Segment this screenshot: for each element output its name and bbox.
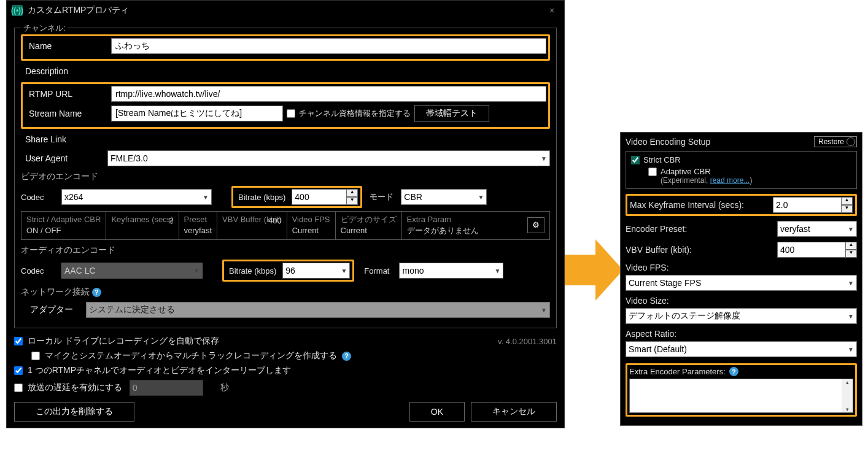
video-bitrate-input[interactable] <box>292 189 347 205</box>
multitrack-checkbox[interactable] <box>31 352 40 360</box>
help-icon[interactable]: ? <box>92 288 101 297</box>
info-vbv: VBV Buffer (kbit) 400 <box>217 212 287 239</box>
audio-bitrate-label: Bitrate (kbps) <box>227 265 279 277</box>
user-agent-value: FMLE/3.0 <box>110 153 148 163</box>
cbr-group: Strict CBR Adaptive CBR (Experimental, r… <box>626 151 857 189</box>
chevron-down-icon: ▼ <box>537 155 547 162</box>
audio-encoding-header: オーディオのエンコード <box>21 245 550 256</box>
credentials-label: チャンネル資格情報を指定する <box>299 108 411 119</box>
name-input[interactable] <box>111 38 546 54</box>
extra-params-textarea[interactable] <box>630 379 842 412</box>
ok-button[interactable]: OK <box>409 402 465 422</box>
chevron-down-icon: ▼ <box>337 268 347 274</box>
spinner-down-icon[interactable]: ▼ <box>842 205 853 213</box>
bandwidth-test-button[interactable]: 帯域幅テスト <box>414 105 489 122</box>
info-size: ビデオのサイズ Current <box>336 212 402 239</box>
arrow-indicator <box>565 239 620 301</box>
user-agent-select[interactable]: FMLE/3.0 ▼ <box>107 150 550 166</box>
name-label: Name <box>25 38 107 54</box>
keyframe-spinner[interactable]: ▲▼ <box>773 197 853 213</box>
adapter-select[interactable]: システムに決定させる▼ <box>86 302 550 318</box>
vbv-spinner[interactable]: ▲▼ <box>777 242 857 258</box>
adaptive-cbr-checkbox[interactable] <box>648 168 657 176</box>
user-agent-label: User Agent <box>21 150 104 166</box>
extra-params-label: Extra Encoder Parameters: <box>629 367 726 376</box>
delay-input[interactable] <box>130 380 203 396</box>
audio-codec-select[interactable]: AAC LC▼ <box>61 263 203 279</box>
fps-select[interactable]: Current Stage FPS▼ <box>626 275 857 291</box>
rtmp-url-input[interactable] <box>111 86 546 102</box>
extra-params-highlight: Extra Encoder Parameters: ? ▴ ▾ <box>626 363 857 417</box>
audio-format-select[interactable]: mono▼ <box>399 263 503 279</box>
rtmp-url-label: RTMP URL <box>25 86 107 102</box>
chevron-down-icon: ▼ <box>474 194 484 201</box>
delay-unit: 秒 <box>220 382 229 393</box>
credentials-checkbox-wrap[interactable]: チャンネル資格情報を指定する <box>287 108 411 119</box>
spinner-down-icon[interactable]: ▼ <box>846 250 857 258</box>
keyframe-highlight: Max Keyframe Interval (secs): ▲▼ <box>626 194 857 216</box>
read-more-link[interactable]: read more... <box>710 176 750 185</box>
video-encoding-header: ビデオのエンコード <box>21 171 550 182</box>
spinner-up-icon[interactable]: ▲ <box>347 189 358 197</box>
adaptive-cbr-label: Adaptive CBR <box>661 167 711 176</box>
keyframe-input[interactable] <box>773 197 842 213</box>
rtmp-properties-dialog: ((•)) カスタムRTMPプロパティ × チャンネル: Name Descri… <box>6 0 565 428</box>
adapter-label: アダプター <box>21 301 82 318</box>
vbv-input[interactable] <box>777 242 846 258</box>
video-bitrate-spinner[interactable]: ▲▼ <box>292 189 358 205</box>
scroll-up-icon[interactable]: ▴ <box>842 379 853 385</box>
video-mode-select[interactable]: CBR▼ <box>401 189 487 205</box>
scrollbar[interactable]: ▴ ▾ <box>842 379 853 412</box>
info-fps: Video FPS Current <box>287 212 336 239</box>
app-icon: ((•)) <box>12 5 23 16</box>
delete-output-button[interactable]: この出力を削除する <box>14 402 134 422</box>
size-select[interactable]: デフォルトのステージ解像度▼ <box>626 308 857 324</box>
video-bitrate-label: Bitrate (kbps) <box>236 191 288 203</box>
help-icon[interactable]: ? <box>729 367 738 376</box>
share-link-label: Share Link <box>21 131 104 147</box>
spinner-down-icon[interactable]: ▼ <box>347 197 358 205</box>
credentials-checkbox[interactable] <box>287 109 295 118</box>
network-header: ネットワーク接続 ? <box>21 287 550 298</box>
audio-format-label: Format <box>358 266 395 276</box>
adaptive-cbr-checkbox-wrap[interactable]: Adaptive CBR <box>648 167 851 176</box>
interleave-checkbox[interactable] <box>14 366 23 375</box>
chevron-down-icon: ▼ <box>190 268 200 274</box>
audio-bitrate-select[interactable]: 96▼ <box>282 263 350 279</box>
chevron-down-icon: ▼ <box>844 313 854 320</box>
gear-icon[interactable]: ⚙ <box>527 217 544 233</box>
restore-button[interactable]: Restore <box>814 136 857 147</box>
preset-select[interactable]: veryfast▼ <box>777 221 857 237</box>
auto-save-checkbox[interactable] <box>14 337 23 345</box>
video-mode-label: モード <box>366 191 397 202</box>
video-encoding-setup-panel: Video Encoding Setup Restore Strict CBR … <box>620 132 862 426</box>
cancel-button[interactable]: キャンセル <box>471 402 557 422</box>
scroll-down-icon[interactable]: ▾ <box>842 406 853 412</box>
stream-name-input[interactable] <box>111 106 283 121</box>
spinner-up-icon[interactable]: ▲ <box>846 242 857 250</box>
chevron-down-icon: ▼ <box>199 194 209 201</box>
audio-codec-label: Codec <box>21 266 58 276</box>
info-keyframes: Keyframes (secs) 2 <box>106 212 179 239</box>
strict-cbr-checkbox-wrap[interactable]: Strict CBR <box>631 155 851 164</box>
info-strict-cbr: Strict / Adaptive CBR ON / OFF <box>21 212 106 239</box>
close-icon[interactable]: × <box>544 6 559 15</box>
aspect-select[interactable]: Smart (Default)▼ <box>626 341 857 357</box>
audio-bitrate-highlight: Bitrate (kbps) 96▼ <box>222 260 354 282</box>
version-label: v. 4.0.2001.3001 <box>498 337 557 346</box>
spinner-up-icon[interactable]: ▲ <box>842 197 853 205</box>
name-highlight: Name <box>21 34 550 61</box>
delay-checkbox[interactable] <box>14 384 23 392</box>
help-icon[interactable]: ? <box>342 352 351 361</box>
window-title: カスタムRTMPプロパティ <box>28 5 544 16</box>
strict-cbr-checkbox[interactable] <box>631 156 640 164</box>
interleave-label: 1 つのRTMPチャネルでオーディオとビデオをインターリーブします <box>28 365 291 376</box>
chevron-down-icon: ▼ <box>537 307 547 314</box>
keyframe-label: Max Keyframe Interval (secs): <box>630 200 768 210</box>
chevron-down-icon: ▼ <box>491 268 501 274</box>
strict-cbr-label: Strict CBR <box>643 155 681 164</box>
video-codec-select[interactable]: x264▼ <box>61 189 212 205</box>
vbv-label: VBV Buffer (kbit): <box>626 245 772 255</box>
delay-spinner[interactable] <box>130 380 203 396</box>
description-label: Description <box>21 63 104 79</box>
